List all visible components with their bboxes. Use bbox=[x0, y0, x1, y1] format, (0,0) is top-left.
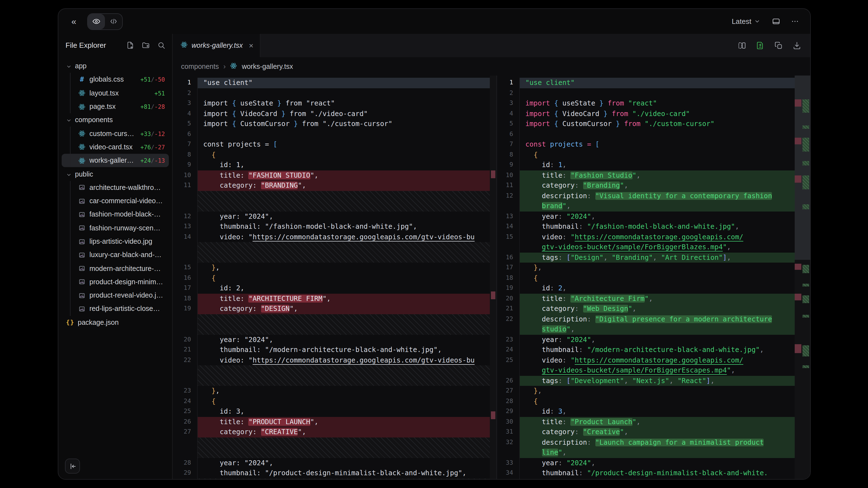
code-line[interactable]: 3import { useState } from "react" bbox=[173, 98, 496, 108]
code-line[interactable]: 5import { CustomCursor } from "./custom-… bbox=[497, 119, 810, 129]
diff-overview-ruler-left[interactable] bbox=[490, 75, 496, 479]
diff-pane-modified[interactable]: 1"use client"23import { useState } from … bbox=[497, 75, 810, 479]
code-line[interactable]: 6 bbox=[497, 129, 810, 139]
code-line[interactable]: jpg", bbox=[497, 478, 810, 479]
new-folder-button[interactable] bbox=[142, 41, 150, 49]
sidebar-file-row[interactable]: works-galler…+24/-13 bbox=[62, 154, 169, 167]
sidebar-file-row[interactable]: video-card.tsx+76/-27 bbox=[62, 140, 169, 154]
code-line[interactable]: gtv-videos-bucket/sample/ForBiggerEscape… bbox=[497, 365, 810, 376]
sidebar-file-row[interactable]: layout.tsx+51 bbox=[62, 86, 169, 100]
code-line[interactable]: 24 { bbox=[173, 396, 496, 406]
code-line[interactable]: brand", bbox=[497, 201, 810, 211]
sidebar-file-row[interactable]: page.tsx+81/-28 bbox=[62, 100, 169, 113]
breadcrumb-folder[interactable]: components bbox=[181, 62, 219, 70]
sidebar-file-row[interactable]: #globals.css+51/-50 bbox=[62, 73, 169, 87]
code-line[interactable]: 8 { bbox=[497, 150, 810, 160]
code-line[interactable]: 1"use client" bbox=[173, 78, 496, 88]
preview-toggle-button[interactable] bbox=[88, 13, 105, 29]
code-line[interactable]: 11 category: "BRANDING", bbox=[173, 181, 496, 191]
code-line[interactable]: 19 id: 2, bbox=[497, 283, 810, 293]
sidebar-file-row[interactable]: red-lips-artistic-close… bbox=[62, 302, 169, 316]
code-line[interactable]: studio", bbox=[497, 324, 810, 334]
collapse-sidebar-button[interactable] bbox=[65, 459, 80, 474]
code-line[interactable]: 28 year: "2024", bbox=[173, 458, 496, 468]
code-line[interactable]: 3import { useState } from "react" bbox=[497, 98, 810, 108]
code-line[interactable]: 23 }, bbox=[173, 386, 496, 396]
code-line[interactable]: 13 year: "2024", bbox=[497, 211, 810, 222]
code-line[interactable]: 18 { bbox=[497, 273, 810, 283]
code-line[interactable]: 16 { bbox=[173, 273, 496, 283]
code-line[interactable]: 15 video: "https://commondatastorage.goo… bbox=[497, 232, 810, 242]
code-line[interactable]: 29 id: 3, bbox=[497, 406, 810, 417]
code-line[interactable]: 1"use client" bbox=[497, 78, 810, 88]
code-line[interactable]: 15 }, bbox=[173, 263, 496, 273]
code-line[interactable]: 31 category: "Creative", bbox=[497, 427, 810, 437]
code-line[interactable]: 4import { VideoCard } from "./video-card… bbox=[173, 108, 496, 119]
close-tab-icon[interactable]: × bbox=[249, 42, 253, 50]
code-line[interactable]: 23 year: "2024", bbox=[497, 334, 810, 345]
sidebar-file-row[interactable]: product-reveal-video.j… bbox=[62, 289, 169, 302]
code-line[interactable]: 30 title: "Product Launch", bbox=[497, 417, 810, 427]
code-line[interactable]: 20 title: "Architecture Firm", bbox=[497, 293, 810, 304]
sidebar-file-row[interactable]: fashion-model-black-… bbox=[62, 208, 169, 222]
code-line[interactable]: 12 description: "Visual identity for a c… bbox=[497, 191, 810, 201]
code-line[interactable]: 32 description: "Launch campaign for a m… bbox=[497, 437, 810, 448]
code-line[interactable]: 10 title: "Fashion Studio", bbox=[497, 170, 810, 181]
collapse-panel-button[interactable]: « bbox=[66, 13, 82, 29]
sidebar-file-row[interactable]: custom-curs…+33/-12 bbox=[62, 127, 169, 140]
sidebar-file-row[interactable]: architecture-walkthro… bbox=[62, 181, 169, 194]
code-line[interactable]: 29 thumbnail: "/product-design-minimalis… bbox=[173, 468, 496, 478]
code-line[interactable]: 13 thumbnail: "/fashion-model-black-and-… bbox=[173, 222, 496, 232]
code-line[interactable]: 10 title: "FASHION STUDIO", bbox=[173, 170, 496, 181]
panel-layout-button[interactable] bbox=[768, 13, 783, 29]
code-line[interactable]: 7const projects = [ bbox=[497, 139, 810, 150]
code-line[interactable]: 21 thumbnail: "/modern-architecture-blac… bbox=[173, 345, 496, 355]
sidebar-folder-public[interactable]: public bbox=[62, 167, 169, 181]
code-line[interactable]: 27 category: "CREATIVE", bbox=[173, 427, 496, 437]
code-line[interactable]: 8 { bbox=[173, 150, 496, 160]
tab-works-gallery[interactable]: works-gallery.tsx × bbox=[173, 34, 261, 57]
code-line[interactable]: 17 }, bbox=[497, 263, 810, 273]
more-options-button[interactable] bbox=[787, 13, 803, 29]
code-line[interactable]: 24 thumbnail: "/modern-architecture-blac… bbox=[497, 345, 810, 355]
code-line[interactable]: 16 tags: ["Design", "Branding", "Art Dir… bbox=[497, 252, 810, 263]
sidebar-file-row[interactable]: modern-architecture-… bbox=[62, 262, 169, 275]
code-line[interactable]: 11 category: "Branding", bbox=[497, 181, 810, 191]
code-line[interactable]: 26 title: "PRODUCT LAUNCH", bbox=[173, 417, 496, 427]
code-line[interactable]: 22 video: "https://commondatastorage.goo… bbox=[173, 355, 496, 365]
sidebar-file-row[interactable]: product-design-minim… bbox=[62, 275, 169, 289]
split-view-button[interactable] bbox=[738, 41, 746, 50]
code-line[interactable]: 9 id: 1, bbox=[497, 160, 810, 170]
code-line[interactable]: 5import { CustomCursor } from "./custom-… bbox=[173, 119, 496, 129]
diff-pane-original[interactable]: 1"use client"23import { useState } from … bbox=[173, 75, 497, 479]
code-line[interactable]: 14 thumbnail: "/fashion-model-black-and-… bbox=[497, 222, 810, 232]
sidebar-file-row[interactable]: fashion-runway-scen… bbox=[62, 221, 169, 235]
search-button[interactable] bbox=[157, 41, 165, 49]
sidebar-folder-components[interactable]: components bbox=[62, 113, 169, 127]
code-line[interactable]: 21 category: "Web Design", bbox=[497, 304, 810, 314]
code-line[interactable]: 17 id: 2, bbox=[173, 283, 496, 293]
diff-overview-ruler-right[interactable] bbox=[795, 75, 810, 479]
code-line[interactable]: 18 title: "ARCHITECTURE FIRM", bbox=[173, 293, 496, 304]
code-line[interactable]: gtv-videos-bucket/sample/ForBiggerBlazes… bbox=[497, 242, 810, 252]
code-line[interactable]: 2 bbox=[497, 88, 810, 98]
sidebar-file-row[interactable]: car-commercial-video… bbox=[62, 194, 169, 208]
sidebar-file-row[interactable]: lips-artistic-video.jpg bbox=[62, 235, 169, 249]
new-file-button[interactable] bbox=[126, 41, 134, 49]
diff-view-button[interactable] bbox=[756, 41, 765, 50]
copy-button[interactable] bbox=[774, 41, 783, 50]
code-line[interactable]: 22 description: "Digital presence for a … bbox=[497, 314, 810, 324]
code-line[interactable]: 20 year: "2024", bbox=[173, 334, 496, 345]
sidebar-folder-app[interactable]: app bbox=[62, 59, 169, 73]
code-line[interactable]: 33 year: "2024", bbox=[497, 458, 810, 468]
code-line[interactable]: 25 video: "https://commondatastorage.goo… bbox=[497, 355, 810, 365]
code-line[interactable]: 34 thumbnail: "/product-design-minimalis… bbox=[497, 468, 810, 478]
download-button[interactable] bbox=[793, 41, 801, 50]
code-line[interactable]: 9 id: 1, bbox=[173, 160, 496, 170]
code-line[interactable]: 26 tags: ["Development", "Next.js", "Rea… bbox=[497, 376, 810, 386]
code-line[interactable]: 14 video: "https://commondatastorage.goo… bbox=[173, 232, 496, 242]
sidebar-file-row[interactable]: luxury-car-black-and-… bbox=[62, 248, 169, 262]
version-dropdown[interactable]: Latest bbox=[727, 15, 765, 28]
code-line[interactable]: 25 id: 3, bbox=[173, 406, 496, 417]
code-line[interactable]: 6 bbox=[173, 129, 496, 139]
